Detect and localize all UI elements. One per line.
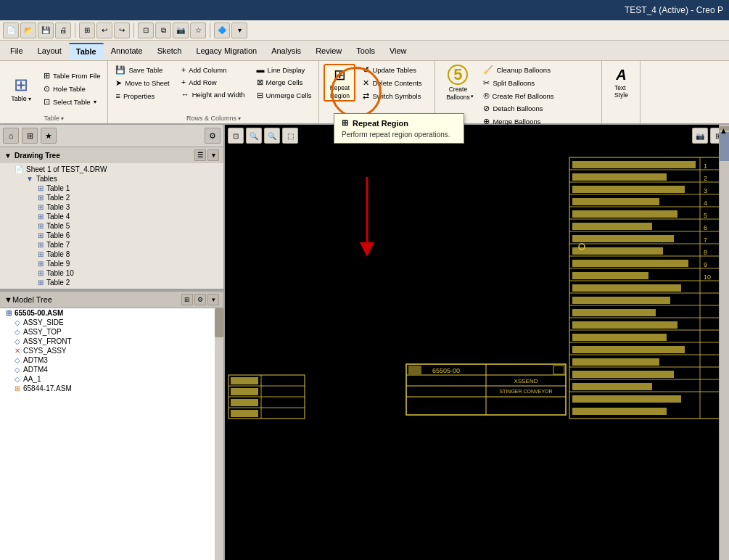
table-2b-item[interactable]: ⊞ Table 2: [0, 278, 223, 287]
model-scrollbar-thumb[interactable]: [215, 308, 223, 337]
menu-file[interactable]: File: [3, 44, 30, 58]
svg-text:8: 8: [704, 249, 707, 256]
table-main-btn[interactable]: ⊞ Table ▾: [4, 67, 38, 110]
detach-balloons-btn[interactable]: ⊘ Detach Balloons: [480, 102, 560, 115]
redo-btn[interactable]: ↪: [114, 22, 130, 38]
repeat-region-btn[interactable]: ⊞ RepeatRegion: [324, 64, 355, 102]
add-column-btn[interactable]: + Add Column: [178, 64, 248, 75]
menu-layout[interactable]: Layout: [30, 44, 69, 58]
canvas-vscroll-thumb[interactable]: [720, 132, 729, 161]
model-root-icon: ⊞: [6, 309, 12, 317]
model-adtm3[interactable]: ◇ ADTM3: [0, 355, 223, 365]
switch-symbols-btn[interactable]: ⇄ Switch Symbols: [360, 90, 424, 102]
table-1-icon: ⊞: [38, 184, 44, 192]
qa-home-icon[interactable]: ⌂: [3, 128, 19, 144]
cleanup-balloons-btn[interactable]: 🧹 Cleanup Balloons: [480, 64, 560, 76]
tables-folder[interactable]: ▼ Tables: [0, 174, 223, 184]
merge-cells-btn[interactable]: ⊠ Merge Cells: [254, 76, 315, 88]
unmerge-cells-label: Unmerge Cells: [266, 91, 312, 99]
table-10-item[interactable]: ⊞ Table 10: [0, 268, 223, 278]
table-2-item[interactable]: ⊞ Table 2: [0, 193, 223, 202]
menu-sketch[interactable]: Sketch: [150, 44, 189, 58]
hole-table-btn[interactable]: ⊙ Hole Table: [41, 83, 103, 95]
canvas-area[interactable]: ⊡ 🔍 🔍 ⬚ 📷 ⊞: [225, 125, 729, 560]
menu-tools[interactable]: Tools: [349, 44, 382, 58]
model-tree-header[interactable]: ▼ Model Tree ⊞ ⚙ ▾: [0, 291, 223, 308]
drawing-tree-header[interactable]: ▼ Drawing Tree ☰ ▾: [0, 147, 223, 163]
menu-analysis[interactable]: Analysis: [264, 44, 308, 58]
qa-star-icon[interactable]: ★: [41, 128, 57, 144]
options-icon[interactable]: ▾: [207, 149, 219, 161]
model-assy-top[interactable]: ◇ ASSY_TOP: [0, 327, 223, 337]
model-scrollbar[interactable]: [215, 308, 223, 560]
grid-btn[interactable]: ⊞: [79, 22, 95, 38]
canvas-vscroll[interactable]: ▲: [719, 125, 729, 560]
table-8-item[interactable]: ⊞ Table 8: [0, 250, 223, 259]
table-group-arrow[interactable]: ▾: [61, 115, 64, 122]
add-row-btn[interactable]: + Add Row: [178, 76, 248, 88]
table-5-item[interactable]: ⊞ Table 5: [0, 221, 223, 231]
create-ref-balloons-btn[interactable]: ® Create Ref Balloons: [480, 90, 560, 102]
table-6-item[interactable]: ⊞ Table 6: [0, 231, 223, 240]
text-style-btn[interactable]: A TextStyle: [606, 64, 635, 102]
delete-contents-label: Delete Contents: [372, 79, 421, 87]
menu-view[interactable]: View: [382, 44, 414, 58]
table-7-item[interactable]: ⊞ Table 7: [0, 240, 223, 250]
select-table-btn[interactable]: ⊡ Select Table ▾: [41, 96, 103, 108]
separator-3: [210, 23, 210, 38]
split-balloons-btn[interactable]: ✂ Split Balloons: [480, 77, 560, 89]
right-table-group: 1 2 3 4 5 6 7 8 9 10: [569, 157, 725, 419]
model-asm[interactable]: ⊞ 65844-17.ASM: [0, 384, 223, 393]
delete-contents-btn[interactable]: ✕ Delete Contents: [360, 77, 424, 89]
menu-review[interactable]: Review: [308, 44, 349, 58]
height-width-btn[interactable]: ↔ Height and Width: [178, 88, 248, 100]
update-tables-btn[interactable]: ↺ Update Tables: [360, 64, 424, 76]
filter-icon[interactable]: ☰: [194, 149, 206, 161]
star-btn[interactable]: ☆: [190, 22, 206, 38]
model-csys-assy[interactable]: ✕ CSYS_ASSY: [0, 346, 223, 355]
menu-legacy-migration[interactable]: Legacy Migration: [189, 44, 264, 58]
add-row-icon: +: [181, 78, 186, 86]
adtm4-label: ADTM4: [23, 366, 48, 374]
print-btn[interactable]: 🖨: [55, 22, 71, 38]
model-root-item[interactable]: ⊞ 65505-00.ASM: [0, 308, 223, 318]
model-assy-front[interactable]: ◇ ASSY_FRONT: [0, 337, 223, 346]
table-3-item[interactable]: ⊞ Table 3: [0, 202, 223, 212]
creo-btn[interactable]: 🔷: [214, 22, 230, 38]
model-options-icon[interactable]: ▾: [207, 294, 219, 305]
create-balloons-btn[interactable]: 5 CreateBalloons ▾: [440, 64, 476, 102]
model-aa1[interactable]: ◇ AA_1: [0, 374, 223, 384]
extra-btn[interactable]: ▾: [231, 22, 247, 38]
copy-btn[interactable]: ⧉: [155, 22, 171, 38]
table-from-file-btn[interactable]: ⊞ Table From File: [41, 70, 103, 82]
table-4-item[interactable]: ⊞ Table 4: [0, 212, 223, 221]
qa-layers-icon[interactable]: ⊞: [22, 128, 38, 144]
open-btn[interactable]: 📂: [20, 22, 36, 38]
new-btn[interactable]: 📄: [3, 22, 19, 38]
canvas-vscroll-up[interactable]: ▲: [720, 126, 729, 131]
line-display-btn[interactable]: ▬ Line Display: [254, 64, 315, 75]
drawing-tree-content: 📄 Sheet 1 of TEST_4.DRW ▼ Tables ⊞ Table…: [0, 163, 223, 289]
move-to-sheet-btn[interactable]: ➤ Move to Sheet: [112, 77, 172, 89]
sheet-item[interactable]: 📄 Sheet 1 of TEST_4.DRW: [0, 165, 223, 174]
model-assy-side[interactable]: ◇ ASSY_SIDE: [0, 318, 223, 327]
model-layers-icon[interactable]: ⊞: [181, 294, 193, 305]
cam-btn[interactable]: 📷: [173, 22, 189, 38]
pick-btn[interactable]: ↩: [96, 22, 112, 38]
menu-annotate[interactable]: Annotate: [104, 44, 150, 58]
unmerge-cells-btn[interactable]: ⊟ Unmerge Cells: [254, 89, 315, 102]
save-table-btn[interactable]: 💾 Save Table: [112, 64, 172, 76]
table-1-item[interactable]: ⊞ Table 1: [0, 184, 223, 193]
view-btn[interactable]: ⊡: [138, 22, 154, 38]
table-9-item[interactable]: ⊞ Table 9: [0, 259, 223, 268]
table-6-icon: ⊞: [38, 231, 44, 239]
rows-cols-arrow[interactable]: ▾: [238, 115, 241, 122]
properties-btn[interactable]: ≡ Properties: [112, 90, 172, 102]
qa-settings-icon[interactable]: ⚙: [205, 128, 221, 144]
svg-rect-32: [572, 272, 648, 279]
menu-table[interactable]: Table: [69, 43, 104, 59]
model-settings-icon[interactable]: ⚙: [194, 294, 206, 305]
ribbon-group-table: ⊞ Table ▾ ⊞ Table From File ⊙ Hole Table…: [0, 61, 108, 123]
model-adtm4[interactable]: ◇ ADTM4: [0, 365, 223, 374]
save-btn[interactable]: 💾: [38, 22, 54, 38]
